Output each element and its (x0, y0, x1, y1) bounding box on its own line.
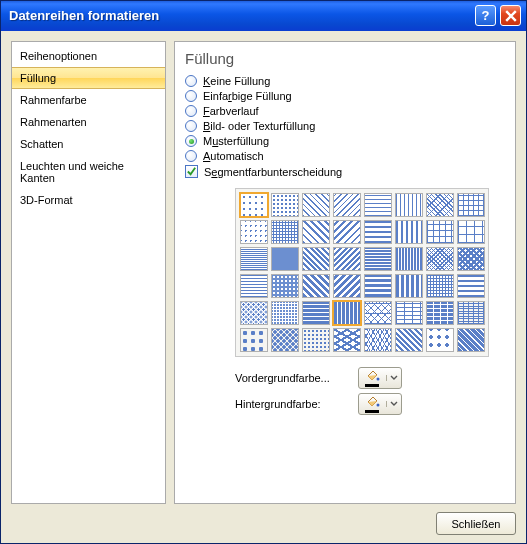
pattern-swatch[interactable] (364, 220, 392, 244)
radio-picture-fill[interactable]: Bild- oder Texturfüllung (185, 120, 505, 132)
window-title: Datenreihen formatieren (9, 8, 475, 23)
foreground-label: Vordergrundfarbe... (235, 372, 350, 384)
radio-solid-fill[interactable]: Einfarbige Füllung (185, 90, 505, 102)
pattern-swatch[interactable] (333, 301, 361, 325)
sidebar-item-border-styles[interactable]: Rahmenarten (12, 111, 165, 133)
chevron-down-icon (386, 401, 398, 407)
titlebar: Datenreihen formatieren ? (1, 1, 526, 31)
pattern-swatch[interactable] (240, 274, 268, 298)
pattern-swatch[interactable] (302, 328, 330, 352)
pattern-swatch[interactable] (302, 247, 330, 271)
sidebar-item-3d-format[interactable]: 3D-Format (12, 189, 165, 211)
color-bar (365, 410, 379, 413)
svg-point-0 (377, 378, 380, 381)
pattern-swatch[interactable] (271, 220, 299, 244)
pattern-swatch[interactable] (395, 301, 423, 325)
pattern-swatch[interactable] (271, 274, 299, 298)
footer: Schließen (11, 504, 516, 535)
background-color-row: Hintergrundfarbe: (235, 393, 505, 415)
pattern-swatch[interactable] (302, 301, 330, 325)
pattern-swatch[interactable] (426, 274, 454, 298)
foreground-color-button[interactable] (358, 367, 402, 389)
pattern-swatch[interactable] (271, 328, 299, 352)
pattern-swatch[interactable] (271, 301, 299, 325)
color-bar (365, 384, 379, 387)
pattern-swatch[interactable] (271, 193, 299, 217)
close-dialog-button[interactable]: Schließen (436, 512, 516, 535)
paint-bucket-icon (364, 395, 380, 409)
background-label: Hintergrundfarbe: (235, 398, 350, 410)
pattern-swatch[interactable] (395, 193, 423, 217)
sidebar-item-glow[interactable]: Leuchten und weiche Kanten (12, 155, 165, 189)
pattern-swatch[interactable] (271, 247, 299, 271)
checkbox-icon (185, 165, 198, 178)
pattern-swatch[interactable] (302, 220, 330, 244)
pattern-swatch[interactable] (364, 247, 392, 271)
radio-automatic[interactable]: Automatisch (185, 150, 505, 162)
foreground-color-row: Vordergrundfarbe... (235, 367, 505, 389)
radio-icon (185, 90, 197, 102)
sidebar-item-shadow[interactable]: Schatten (12, 133, 165, 155)
chevron-down-icon (386, 375, 398, 381)
radio-no-fill[interactable]: Keine Füllung (185, 75, 505, 87)
radio-icon (185, 135, 197, 147)
pattern-swatch[interactable] (240, 328, 268, 352)
pattern-swatch[interactable] (457, 301, 485, 325)
pattern-swatch[interactable] (240, 247, 268, 271)
pattern-swatch[interactable] (395, 220, 423, 244)
close-button[interactable] (500, 5, 521, 26)
pattern-swatch[interactable] (333, 328, 361, 352)
radio-icon (185, 75, 197, 87)
sidebar-item-fill[interactable]: Füllung (12, 67, 165, 89)
radio-pattern-fill[interactable]: Musterfüllung (185, 135, 505, 147)
radio-icon (185, 150, 197, 162)
sidebar-item-series-options[interactable]: Reihenoptionen (12, 45, 165, 67)
help-button[interactable]: ? (475, 5, 496, 26)
main-panel: Füllung Keine Füllung Einfarbige Füllung… (174, 41, 516, 504)
pattern-swatch[interactable] (240, 220, 268, 244)
sidebar: Reihenoptionen Füllung Rahmenfarbe Rahme… (11, 41, 166, 504)
pattern-swatch[interactable] (426, 301, 454, 325)
pattern-swatch[interactable] (364, 193, 392, 217)
pattern-swatch[interactable] (457, 274, 485, 298)
background-color-button[interactable] (358, 393, 402, 415)
pattern-swatch[interactable] (457, 328, 485, 352)
pattern-swatch[interactable] (240, 301, 268, 325)
pattern-swatch[interactable] (395, 247, 423, 271)
radio-icon (185, 105, 197, 117)
pattern-swatch[interactable] (426, 328, 454, 352)
pattern-swatch[interactable] (395, 274, 423, 298)
radio-icon (185, 120, 197, 132)
pattern-swatch[interactable] (333, 193, 361, 217)
pattern-swatch[interactable] (395, 328, 423, 352)
sidebar-item-border-color[interactable]: Rahmenfarbe (12, 89, 165, 111)
pattern-swatch[interactable] (457, 193, 485, 217)
pattern-swatch[interactable] (364, 328, 392, 352)
pattern-swatch[interactable] (457, 220, 485, 244)
pattern-swatch[interactable] (333, 247, 361, 271)
pattern-swatch[interactable] (426, 247, 454, 271)
close-icon (505, 10, 517, 22)
paint-bucket-icon (364, 369, 380, 383)
pattern-swatch[interactable] (426, 220, 454, 244)
pattern-swatch[interactable] (457, 247, 485, 271)
columns: Reihenoptionen Füllung Rahmenfarbe Rahme… (11, 41, 516, 504)
panel-heading: Füllung (185, 50, 505, 67)
radio-gradient-fill[interactable]: Farbverlauf (185, 105, 505, 117)
pattern-swatch[interactable] (364, 274, 392, 298)
dialog-window: Datenreihen formatieren ? Reihenoptionen… (0, 0, 527, 544)
pattern-swatch[interactable] (364, 301, 392, 325)
pattern-swatch[interactable] (302, 274, 330, 298)
client-area: Reihenoptionen Füllung Rahmenfarbe Rahme… (1, 31, 526, 543)
pattern-swatch[interactable] (333, 274, 361, 298)
svg-point-1 (377, 404, 380, 407)
pattern-swatch[interactable] (426, 193, 454, 217)
pattern-swatch[interactable] (333, 220, 361, 244)
checkbox-segment-vary[interactable]: Segmentfarbunterscheidung (185, 165, 505, 178)
pattern-swatch[interactable] (240, 193, 268, 217)
pattern-swatch[interactable] (302, 193, 330, 217)
pattern-picker (235, 188, 489, 357)
